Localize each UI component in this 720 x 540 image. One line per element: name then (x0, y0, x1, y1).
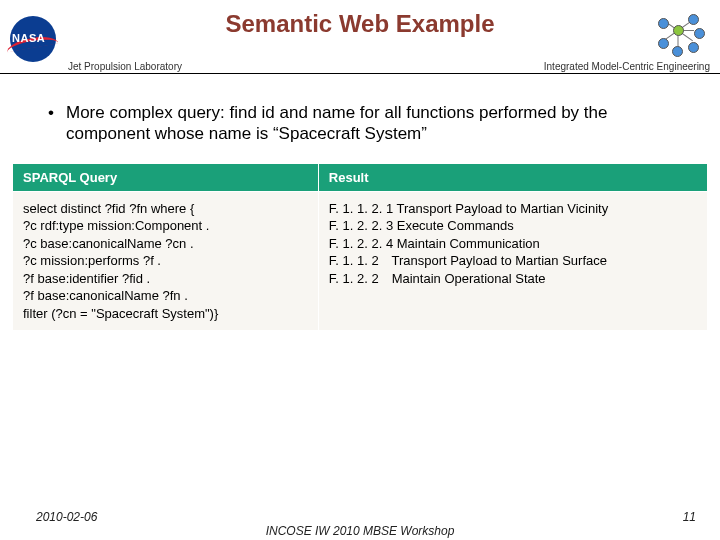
table-header-query: SPARQL Query (13, 163, 319, 191)
bullet-block: • More complex query: find id and name f… (0, 74, 720, 145)
network-graph-icon (654, 12, 710, 58)
nasa-logo-text: NASA (12, 32, 45, 44)
result-line: F. 1. 1. 2. 1 Transport Payload to Marti… (329, 200, 697, 218)
result-line: F. 1. 1. 2 Transport Payload to Martian … (329, 252, 697, 270)
result-line: F. 1. 2. 2. 3 Execute Commands (329, 217, 697, 235)
query-line: filter (?cn = "Spacecraft System")} (23, 305, 308, 323)
footer-center: INCOSE IW 2010 MBSE Workshop (0, 524, 720, 538)
result-line: F. 1. 2. 2 Maintain Operational State (329, 270, 697, 288)
query-line: select distinct ?fid ?fn where { (23, 200, 308, 218)
cell-query: select distinct ?fid ?fn where { ?c rdf:… (13, 191, 319, 331)
result-line: F. 1. 2. 2. 4 Maintain Communication (329, 235, 697, 253)
query-line: ?f base:identifier ?fid . (23, 270, 308, 288)
slide: Semantic Web Example NASA Jet Propulsion… (0, 0, 720, 540)
cell-result: F. 1. 1. 2. 1 Transport Payload to Marti… (318, 191, 707, 331)
table-header-row: SPARQL Query Result (13, 163, 708, 191)
slide-title: Semantic Web Example (0, 0, 720, 38)
bullet-text: More complex query: find id and name for… (66, 102, 680, 145)
query-line: ?c mission:performs ?f . (23, 252, 308, 270)
header-right-label: Integrated Model-Centric Engineering (544, 61, 710, 72)
bullet-item: • More complex query: find id and name f… (48, 102, 680, 145)
bullet-marker: • (48, 102, 66, 145)
footer-page-number: 11 (683, 510, 696, 524)
query-result-table: SPARQL Query Result select distinct ?fid… (12, 163, 708, 332)
footer-date: 2010-02-06 (36, 510, 97, 524)
table-header-result: Result (318, 163, 707, 191)
query-line: ?c base:canonicalName ?cn . (23, 235, 308, 253)
query-line: ?c rdf:type mission:Component . (23, 217, 308, 235)
header-divider (0, 73, 720, 74)
nasa-logo-icon: NASA (6, 14, 62, 62)
header-bar: NASA Jet Propulsion Laboratory Integrate… (0, 52, 720, 74)
header-left-label: Jet Propulsion Laboratory (68, 61, 182, 72)
query-line: ?f base:canonicalName ?fn . (23, 287, 308, 305)
table-row: select distinct ?fid ?fn where { ?c rdf:… (13, 191, 708, 331)
